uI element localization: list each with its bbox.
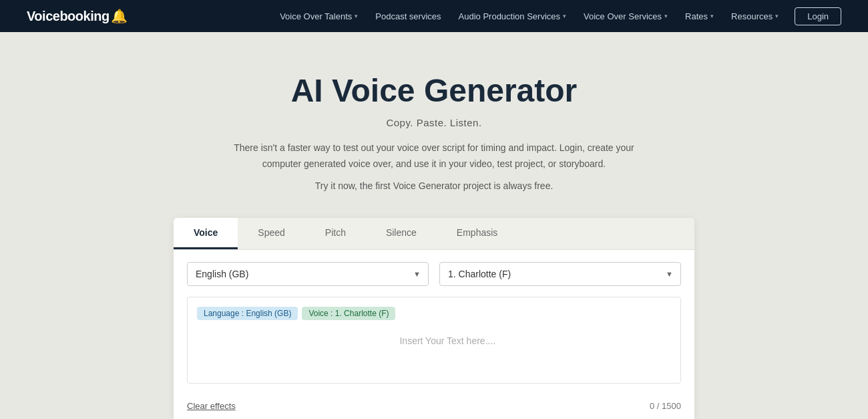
tab-silence[interactable]: Silence	[366, 218, 437, 249]
editor-area: Language : English (GB) Voice : 1. Charl…	[174, 286, 694, 394]
clear-effects-link[interactable]: Clear effects	[187, 401, 236, 411]
brand-icon: 🔔	[111, 8, 128, 24]
card-footer: Clear effects 0 / 1500	[174, 394, 694, 419]
tab-speed[interactable]: Speed	[238, 218, 304, 249]
text-editor[interactable]: Language : English (GB) Voice : 1. Charl…	[187, 297, 681, 384]
voice-selector-wrapper: 1. Charlotte (F)2. Harry (M)3. Sophie (F…	[439, 262, 681, 286]
login-button[interactable]: Login	[795, 7, 841, 25]
nav-menu: Voice Over Talents▾Podcast servicesAudio…	[273, 7, 841, 25]
voice-tag[interactable]: Voice : 1. Charlotte (F)	[302, 307, 395, 320]
hero-subtitle: Copy. Paste. Listen.	[13, 117, 855, 128]
nav-item-voice-over-services[interactable]: Voice Over Services▾	[577, 7, 674, 25]
selectors-row: English (GB)English (US)FrenchGermanSpan…	[174, 250, 694, 286]
brand-name: Voicebooking	[27, 9, 110, 24]
language-tag[interactable]: Language : English (GB)	[197, 307, 298, 320]
language-selector-wrapper: English (GB)English (US)FrenchGermanSpan…	[187, 262, 429, 286]
logo[interactable]: Voicebooking 🔔	[27, 8, 128, 24]
voice-select[interactable]: 1. Charlotte (F)2. Harry (M)3. Sophie (F…	[439, 262, 681, 286]
hero-section: AI Voice Generator Copy. Paste. Listen. …	[0, 32, 868, 218]
tab-emphasis[interactable]: Emphasis	[437, 218, 517, 249]
main-card: VoiceSpeedPitchSilenceEmphasis English (…	[174, 218, 694, 419]
hero-note: Try it now, the first Voice Generator pr…	[13, 180, 855, 191]
chevron-down-icon: ▾	[664, 13, 668, 19]
char-count: 0 / 1500	[650, 401, 681, 411]
tab-pitch[interactable]: Pitch	[305, 218, 366, 249]
nav-item-resources[interactable]: Resources▾	[724, 7, 785, 25]
navbar: Voicebooking 🔔 Voice Over Talents▾Podcas…	[0, 0, 868, 32]
editor-placeholder: Insert Your Text here....	[399, 334, 495, 346]
chevron-down-icon: ▾	[775, 13, 779, 19]
tab-bar: VoiceSpeedPitchSilenceEmphasis	[174, 218, 694, 250]
nav-item-voice-over-talents[interactable]: Voice Over Talents▾	[273, 7, 365, 25]
hero-title: AI Voice Generator	[13, 72, 855, 109]
nav-item-audio-production-services[interactable]: Audio Production Services▾	[452, 7, 573, 25]
chevron-down-icon: ▾	[710, 13, 714, 19]
tab-voice[interactable]: Voice	[174, 218, 238, 249]
language-select[interactable]: English (GB)English (US)FrenchGermanSpan…	[187, 262, 429, 286]
chevron-down-icon: ▾	[355, 13, 358, 19]
hero-description: There isn't a faster way to test out you…	[234, 140, 634, 172]
nav-item-rates[interactable]: Rates▾	[678, 7, 720, 25]
nav-item-podcast-services[interactable]: Podcast services	[369, 7, 447, 25]
chevron-down-icon: ▾	[563, 13, 566, 19]
